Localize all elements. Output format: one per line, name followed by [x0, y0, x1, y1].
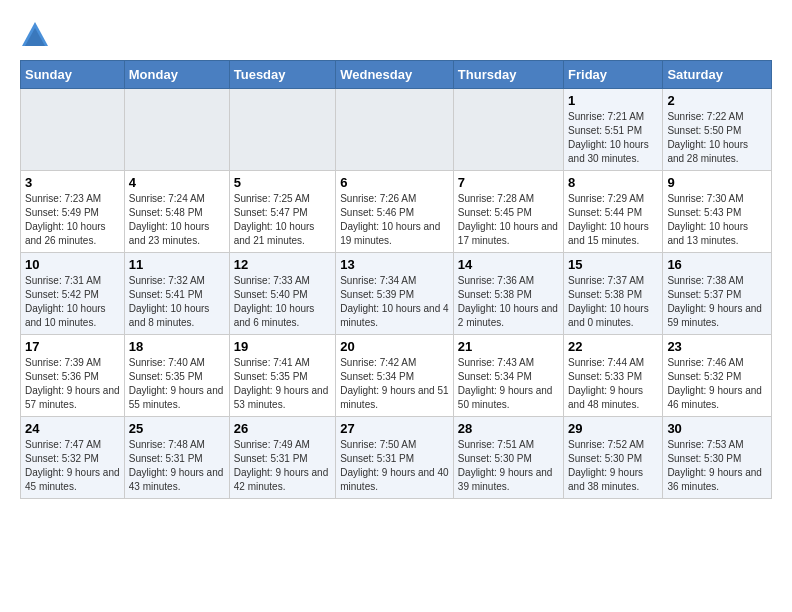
- day-number: 20: [340, 339, 449, 354]
- day-cell: [229, 89, 335, 171]
- day-number: 21: [458, 339, 559, 354]
- weekday-header-tuesday: Tuesday: [229, 61, 335, 89]
- day-cell: 24Sunrise: 7:47 AMSunset: 5:32 PMDayligh…: [21, 417, 125, 499]
- week-row-3: 10Sunrise: 7:31 AMSunset: 5:42 PMDayligh…: [21, 253, 772, 335]
- day-info: Sunrise: 7:34 AMSunset: 5:39 PMDaylight:…: [340, 274, 449, 330]
- day-cell: 19Sunrise: 7:41 AMSunset: 5:35 PMDayligh…: [229, 335, 335, 417]
- day-cell: 29Sunrise: 7:52 AMSunset: 5:30 PMDayligh…: [564, 417, 663, 499]
- day-cell: 8Sunrise: 7:29 AMSunset: 5:44 PMDaylight…: [564, 171, 663, 253]
- day-info: Sunrise: 7:44 AMSunset: 5:33 PMDaylight:…: [568, 356, 658, 412]
- day-cell: [453, 89, 563, 171]
- day-cell: 2Sunrise: 7:22 AMSunset: 5:50 PMDaylight…: [663, 89, 772, 171]
- day-cell: 10Sunrise: 7:31 AMSunset: 5:42 PMDayligh…: [21, 253, 125, 335]
- day-number: 8: [568, 175, 658, 190]
- day-cell: 16Sunrise: 7:38 AMSunset: 5:37 PMDayligh…: [663, 253, 772, 335]
- weekday-header-sunday: Sunday: [21, 61, 125, 89]
- day-number: 30: [667, 421, 767, 436]
- day-number: 3: [25, 175, 120, 190]
- day-number: 22: [568, 339, 658, 354]
- day-cell: 23Sunrise: 7:46 AMSunset: 5:32 PMDayligh…: [663, 335, 772, 417]
- weekday-header-monday: Monday: [124, 61, 229, 89]
- day-number: 2: [667, 93, 767, 108]
- day-number: 24: [25, 421, 120, 436]
- day-cell: 9Sunrise: 7:30 AMSunset: 5:43 PMDaylight…: [663, 171, 772, 253]
- day-number: 13: [340, 257, 449, 272]
- day-info: Sunrise: 7:21 AMSunset: 5:51 PMDaylight:…: [568, 110, 658, 166]
- weekday-header-friday: Friday: [564, 61, 663, 89]
- day-cell: 4Sunrise: 7:24 AMSunset: 5:48 PMDaylight…: [124, 171, 229, 253]
- week-row-4: 17Sunrise: 7:39 AMSunset: 5:36 PMDayligh…: [21, 335, 772, 417]
- day-number: 25: [129, 421, 225, 436]
- day-cell: [124, 89, 229, 171]
- weekday-header-thursday: Thursday: [453, 61, 563, 89]
- day-cell: 13Sunrise: 7:34 AMSunset: 5:39 PMDayligh…: [336, 253, 454, 335]
- day-number: 27: [340, 421, 449, 436]
- day-number: 10: [25, 257, 120, 272]
- day-info: Sunrise: 7:52 AMSunset: 5:30 PMDaylight:…: [568, 438, 658, 494]
- day-cell: 25Sunrise: 7:48 AMSunset: 5:31 PMDayligh…: [124, 417, 229, 499]
- day-info: Sunrise: 7:31 AMSunset: 5:42 PMDaylight:…: [25, 274, 120, 330]
- day-number: 7: [458, 175, 559, 190]
- day-cell: 11Sunrise: 7:32 AMSunset: 5:41 PMDayligh…: [124, 253, 229, 335]
- day-number: 12: [234, 257, 331, 272]
- day-info: Sunrise: 7:26 AMSunset: 5:46 PMDaylight:…: [340, 192, 449, 248]
- day-cell: 26Sunrise: 7:49 AMSunset: 5:31 PMDayligh…: [229, 417, 335, 499]
- day-number: 23: [667, 339, 767, 354]
- week-row-1: 1Sunrise: 7:21 AMSunset: 5:51 PMDaylight…: [21, 89, 772, 171]
- day-number: 4: [129, 175, 225, 190]
- day-cell: 6Sunrise: 7:26 AMSunset: 5:46 PMDaylight…: [336, 171, 454, 253]
- day-cell: 30Sunrise: 7:53 AMSunset: 5:30 PMDayligh…: [663, 417, 772, 499]
- day-info: Sunrise: 7:24 AMSunset: 5:48 PMDaylight:…: [129, 192, 225, 248]
- day-cell: 15Sunrise: 7:37 AMSunset: 5:38 PMDayligh…: [564, 253, 663, 335]
- weekday-header-wednesday: Wednesday: [336, 61, 454, 89]
- calendar-body: 1Sunrise: 7:21 AMSunset: 5:51 PMDaylight…: [21, 89, 772, 499]
- day-cell: 12Sunrise: 7:33 AMSunset: 5:40 PMDayligh…: [229, 253, 335, 335]
- day-number: 9: [667, 175, 767, 190]
- day-cell: 28Sunrise: 7:51 AMSunset: 5:30 PMDayligh…: [453, 417, 563, 499]
- day-info: Sunrise: 7:29 AMSunset: 5:44 PMDaylight:…: [568, 192, 658, 248]
- day-number: 15: [568, 257, 658, 272]
- day-info: Sunrise: 7:46 AMSunset: 5:32 PMDaylight:…: [667, 356, 767, 412]
- day-info: Sunrise: 7:49 AMSunset: 5:31 PMDaylight:…: [234, 438, 331, 494]
- day-number: 11: [129, 257, 225, 272]
- day-info: Sunrise: 7:38 AMSunset: 5:37 PMDaylight:…: [667, 274, 767, 330]
- day-info: Sunrise: 7:48 AMSunset: 5:31 PMDaylight:…: [129, 438, 225, 494]
- day-info: Sunrise: 7:32 AMSunset: 5:41 PMDaylight:…: [129, 274, 225, 330]
- day-cell: 3Sunrise: 7:23 AMSunset: 5:49 PMDaylight…: [21, 171, 125, 253]
- day-info: Sunrise: 7:42 AMSunset: 5:34 PMDaylight:…: [340, 356, 449, 412]
- day-info: Sunrise: 7:43 AMSunset: 5:34 PMDaylight:…: [458, 356, 559, 412]
- day-info: Sunrise: 7:23 AMSunset: 5:49 PMDaylight:…: [25, 192, 120, 248]
- day-cell: 21Sunrise: 7:43 AMSunset: 5:34 PMDayligh…: [453, 335, 563, 417]
- day-number: 18: [129, 339, 225, 354]
- weekday-header-row: SundayMondayTuesdayWednesdayThursdayFrid…: [21, 61, 772, 89]
- day-cell: 20Sunrise: 7:42 AMSunset: 5:34 PMDayligh…: [336, 335, 454, 417]
- day-number: 26: [234, 421, 331, 436]
- day-cell: [336, 89, 454, 171]
- day-number: 19: [234, 339, 331, 354]
- day-info: Sunrise: 7:50 AMSunset: 5:31 PMDaylight:…: [340, 438, 449, 494]
- day-info: Sunrise: 7:51 AMSunset: 5:30 PMDaylight:…: [458, 438, 559, 494]
- header: [20, 20, 772, 50]
- day-number: 16: [667, 257, 767, 272]
- day-cell: 17Sunrise: 7:39 AMSunset: 5:36 PMDayligh…: [21, 335, 125, 417]
- day-info: Sunrise: 7:22 AMSunset: 5:50 PMDaylight:…: [667, 110, 767, 166]
- day-info: Sunrise: 7:25 AMSunset: 5:47 PMDaylight:…: [234, 192, 331, 248]
- day-number: 17: [25, 339, 120, 354]
- day-info: Sunrise: 7:30 AMSunset: 5:43 PMDaylight:…: [667, 192, 767, 248]
- day-number: 29: [568, 421, 658, 436]
- logo: [20, 20, 54, 50]
- day-info: Sunrise: 7:37 AMSunset: 5:38 PMDaylight:…: [568, 274, 658, 330]
- day-cell: 27Sunrise: 7:50 AMSunset: 5:31 PMDayligh…: [336, 417, 454, 499]
- week-row-5: 24Sunrise: 7:47 AMSunset: 5:32 PMDayligh…: [21, 417, 772, 499]
- day-number: 14: [458, 257, 559, 272]
- day-cell: 5Sunrise: 7:25 AMSunset: 5:47 PMDaylight…: [229, 171, 335, 253]
- day-number: 1: [568, 93, 658, 108]
- weekday-header-saturday: Saturday: [663, 61, 772, 89]
- day-info: Sunrise: 7:39 AMSunset: 5:36 PMDaylight:…: [25, 356, 120, 412]
- day-cell: 7Sunrise: 7:28 AMSunset: 5:45 PMDaylight…: [453, 171, 563, 253]
- logo-icon: [20, 20, 50, 50]
- day-cell: 18Sunrise: 7:40 AMSunset: 5:35 PMDayligh…: [124, 335, 229, 417]
- week-row-2: 3Sunrise: 7:23 AMSunset: 5:49 PMDaylight…: [21, 171, 772, 253]
- day-info: Sunrise: 7:41 AMSunset: 5:35 PMDaylight:…: [234, 356, 331, 412]
- day-info: Sunrise: 7:36 AMSunset: 5:38 PMDaylight:…: [458, 274, 559, 330]
